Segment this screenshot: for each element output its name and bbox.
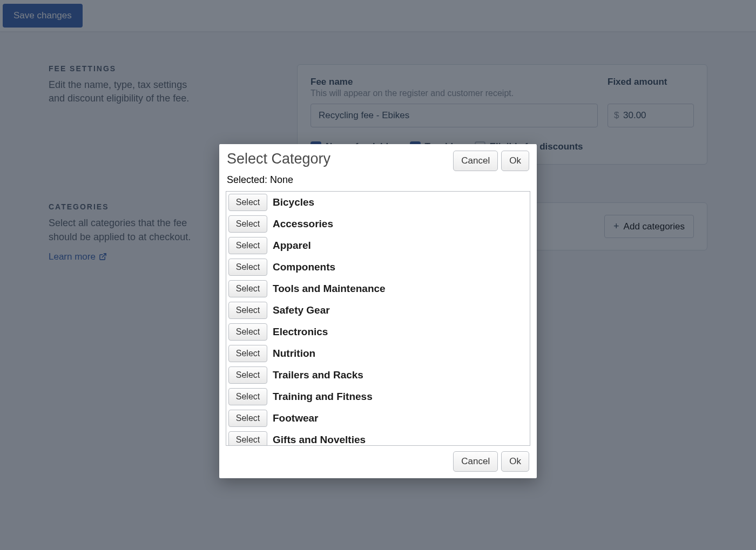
category-name: Components: [273, 261, 335, 273]
category-row: SelectComponents: [226, 256, 530, 278]
category-row: SelectTraining and Fitness: [226, 386, 530, 408]
category-row: SelectTools and Maintenance: [226, 278, 530, 300]
category-name: Nutrition: [273, 348, 315, 359]
select-category-modal: Select Category Cancel Ok Selected: None…: [219, 144, 537, 478]
select-category-button[interactable]: Select: [228, 302, 267, 319]
category-name: Electronics: [273, 326, 328, 338]
select-category-button[interactable]: Select: [228, 388, 267, 405]
select-category-button[interactable]: Select: [228, 215, 267, 233]
cancel-button-bottom[interactable]: Cancel: [453, 451, 498, 472]
category-row: SelectApparel: [226, 235, 530, 256]
select-category-button[interactable]: Select: [228, 431, 267, 445]
category-name: Gifts and Novelties: [273, 434, 366, 445]
select-category-button[interactable]: Select: [228, 366, 267, 384]
select-category-button[interactable]: Select: [228, 259, 267, 276]
modal-list-container: SelectBicyclesSelectAccessoriesSelectApp…: [226, 191, 530, 446]
modal-list[interactable]: SelectBicyclesSelectAccessoriesSelectApp…: [226, 192, 530, 445]
category-row: SelectTrailers and Racks: [226, 364, 530, 386]
select-category-button[interactable]: Select: [228, 194, 267, 211]
modal-selected-text: Selected: None: [227, 174, 529, 186]
modal-title: Select Category: [227, 151, 330, 167]
category-row: SelectElectronics: [226, 321, 530, 343]
ok-button-bottom[interactable]: Ok: [501, 451, 529, 472]
select-category-button[interactable]: Select: [228, 410, 267, 427]
category-row: SelectSafety Gear: [226, 300, 530, 321]
category-row: SelectAccessories: [226, 213, 530, 235]
category-row: SelectGifts and Novelties: [226, 429, 530, 445]
ok-button-top[interactable]: Ok: [501, 151, 529, 171]
category-name: Trailers and Racks: [273, 369, 363, 381]
category-name: Accessories: [273, 218, 333, 230]
category-name: Training and Fitness: [273, 391, 373, 403]
category-name: Safety Gear: [273, 304, 330, 316]
select-category-button[interactable]: Select: [228, 323, 267, 341]
category-row: SelectNutrition: [226, 343, 530, 364]
select-category-button[interactable]: Select: [228, 280, 267, 297]
cancel-button-top[interactable]: Cancel: [453, 151, 498, 171]
category-row: SelectBicycles: [226, 192, 530, 213]
select-category-button[interactable]: Select: [228, 237, 267, 254]
category-name: Tools and Maintenance: [273, 283, 386, 295]
category-row: SelectFootwear: [226, 408, 530, 429]
category-name: Footwear: [273, 412, 318, 424]
select-category-button[interactable]: Select: [228, 345, 267, 362]
category-name: Bicycles: [273, 196, 314, 208]
category-name: Apparel: [273, 240, 311, 252]
modal-overlay[interactable]: Select Category Cancel Ok Selected: None…: [0, 0, 756, 550]
